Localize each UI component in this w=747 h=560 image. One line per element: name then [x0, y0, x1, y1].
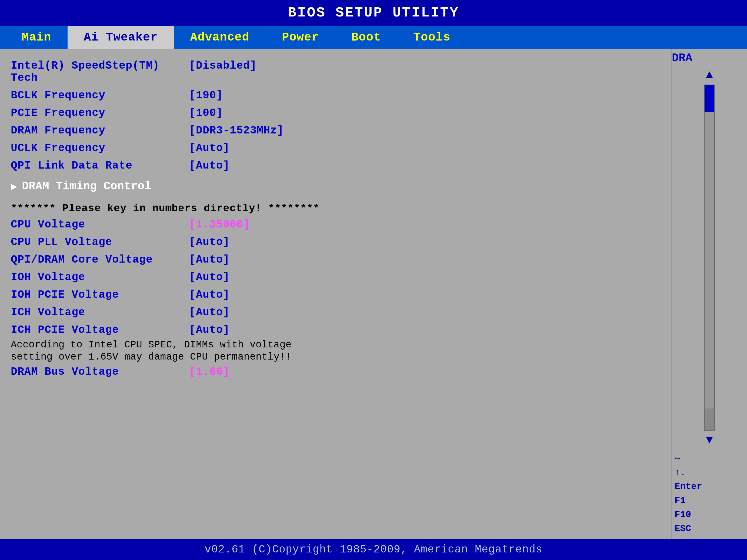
key-updown: ↑↓ [675, 468, 744, 478]
tab-boot[interactable]: Boot [335, 26, 397, 49]
scroll-down-arrow[interactable]: ▼ [705, 432, 714, 448]
right-panel-title: DRA [672, 49, 747, 67]
key-f1: F1 [675, 496, 744, 506]
setting-ioh-voltage[interactable]: IOH Voltage [Auto] [11, 268, 661, 286]
setting-speedstep[interactable]: Intel(R) SpeedStep(TM) Tech [Disabled] [11, 57, 661, 87]
setting-dram-bus-voltage[interactable]: DRAM Bus Voltage [1.66] [11, 363, 661, 381]
setting-bclk-freq[interactable]: BCLK Frequency [190] [11, 87, 661, 104]
tab-power[interactable]: Power [266, 26, 335, 49]
scroll-thumb-bottom [704, 408, 714, 430]
setting-uclk-freq[interactable]: UCLK Frequency [Auto] [11, 139, 661, 157]
scrollbar-area: ▲ ▼ [672, 67, 747, 448]
tab-ai-tweaker[interactable]: Ai Tweaker [68, 26, 174, 49]
bios-title: BIOS SETUP UTILITY [0, 0, 747, 26]
tab-main[interactable]: Main [5, 26, 68, 49]
key-f10: F10 [675, 509, 744, 520]
setting-ioh-pcie-voltage[interactable]: IOH PCIE Voltage [Auto] [11, 286, 661, 304]
tab-advanced[interactable]: Advanced [174, 26, 266, 49]
submenu-arrow-icon: ▶ [11, 180, 17, 193]
settings-panel: Intel(R) SpeedStep(TM) Tech [Disabled] B… [0, 49, 671, 539]
warning-note-line2: setting over 1.65V may damage CPU perman… [11, 351, 661, 363]
keys-legend: ↔ ↑↓ Enter F1 F10 ESC [672, 448, 747, 539]
footer-bar: v02.61 (C)Copyright 1985-2009, American … [0, 539, 747, 560]
scroll-track[interactable] [704, 84, 715, 431]
key-enter: Enter [675, 481, 744, 492]
scroll-up-arrow[interactable]: ▲ [705, 67, 714, 83]
setting-dram-freq[interactable]: DRAM Frequency [DDR3-1523MHz] [11, 122, 661, 139]
right-side-panel: DRA ▲ ▼ ↔ ↑↓ Enter F1 F10 [671, 49, 747, 539]
submenu-dram-timing[interactable]: ▶ DRAM Timing Control [11, 175, 661, 198]
setting-cpu-voltage[interactable]: CPU Voltage [1.35000] [11, 216, 661, 233]
warning-text: ******* Please key in numbers directly! … [11, 198, 661, 216]
scroll-thumb [704, 85, 714, 112]
setting-qpi-dram-core-voltage[interactable]: QPI/DRAM Core Voltage [Auto] [11, 251, 661, 268]
nav-bar: Main Ai Tweaker Advanced Power Boot Tool… [0, 26, 747, 49]
warning-note-line1: According to Intel CPU SPEC, DIMMs with … [11, 339, 661, 351]
setting-ich-pcie-voltage[interactable]: ICH PCIE Voltage [Auto] [11, 321, 661, 339]
setting-pcie-freq[interactable]: PCIE Frequency [100] [11, 104, 661, 122]
main-content: Intel(R) SpeedStep(TM) Tech [Disabled] B… [0, 49, 747, 539]
setting-ich-voltage[interactable]: ICH Voltage [Auto] [11, 304, 661, 321]
tab-tools[interactable]: Tools [397, 26, 467, 49]
submenu-label: DRAM Timing Control [22, 180, 151, 193]
setting-qpi-link[interactable]: QPI Link Data Rate [Auto] [11, 157, 661, 175]
key-leftright: ↔ [675, 453, 744, 463]
key-esc: ESC [675, 524, 744, 534]
setting-cpu-pll-voltage[interactable]: CPU PLL Voltage [Auto] [11, 233, 661, 251]
